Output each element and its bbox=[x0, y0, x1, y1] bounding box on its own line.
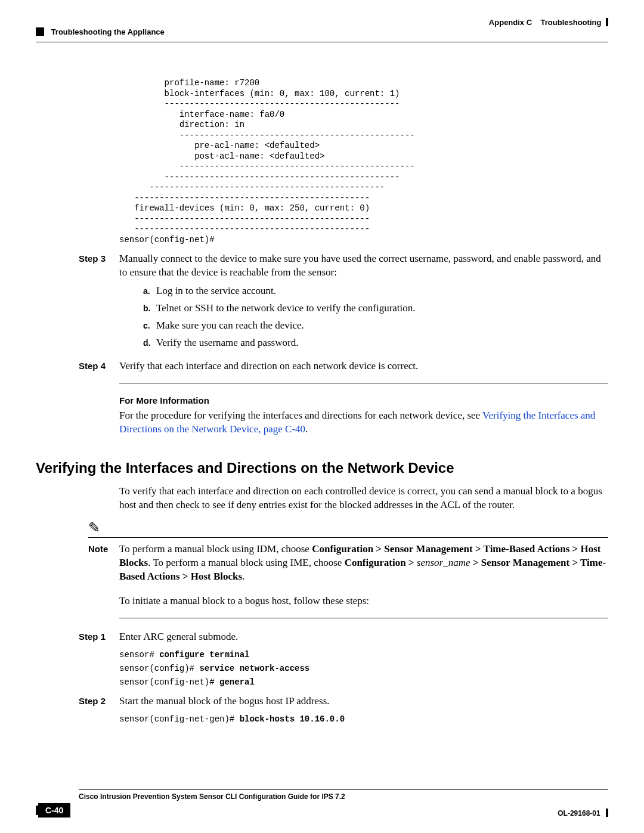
more-info-pre: For the procedure for verifying the inte… bbox=[119, 410, 482, 421]
substep-d-letter: d. bbox=[143, 336, 156, 350]
substep-c-letter: c. bbox=[143, 319, 156, 333]
note-block: ✎ Note To perform a manual block using I… bbox=[88, 521, 608, 584]
header-square-icon bbox=[36, 27, 44, 36]
note-label: Note bbox=[88, 543, 119, 584]
divider-rule bbox=[119, 383, 608, 383]
running-header: Appendix C Troubleshooting Troubleshooti… bbox=[36, 18, 608, 31]
note-top-rule bbox=[88, 537, 608, 538]
step-b2-body: Start the manual block of the bogus host… bbox=[119, 695, 608, 726]
appendix-label: Appendix C bbox=[489, 18, 532, 27]
footer-rule bbox=[79, 789, 608, 790]
page-number-badge: C-40 bbox=[38, 803, 70, 817]
note-mid: . To perform a manual block using IME, c… bbox=[148, 557, 344, 568]
substep-b-letter: b. bbox=[143, 302, 156, 315]
step-3-label: Step 3 bbox=[79, 252, 114, 354]
header-right: Appendix C Troubleshooting bbox=[489, 18, 608, 27]
step-b2-label: Step 2 bbox=[79, 695, 114, 726]
divider-rule-2 bbox=[119, 618, 608, 618]
substep-c: c. Make sure you can reach the device. bbox=[143, 319, 608, 333]
initiate-paragraph: To initiate a manual block to a bogus ho… bbox=[119, 594, 608, 608]
substep-a-letter: a. bbox=[143, 284, 156, 298]
step-4-text: Verify that each interface and direction… bbox=[119, 360, 608, 373]
more-info-post: . bbox=[305, 423, 308, 435]
appendix-title: Troubleshooting bbox=[541, 18, 602, 27]
header-rule bbox=[36, 42, 608, 42]
doc-id-text: OL-29168-01 bbox=[558, 809, 600, 817]
step-b1-text: Enter ARC general submode. bbox=[119, 631, 238, 642]
step-b1-body: Enter ARC general submode. sensor# confi… bbox=[119, 630, 608, 689]
note-post: . bbox=[242, 571, 244, 582]
step-4-label: Step 4 bbox=[79, 360, 114, 373]
note-pre: To perform a manual block using IDM, cho… bbox=[119, 543, 312, 555]
step-3-body: Manually connect to the device to make s… bbox=[119, 252, 608, 354]
code-l1b: configure terminal bbox=[159, 650, 249, 659]
intro-paragraph: To verify that each interface and direct… bbox=[119, 485, 608, 512]
note-italic: sensor_name bbox=[417, 557, 470, 568]
config-output: profile-name: r7200 block-interfaces (mi… bbox=[119, 78, 608, 245]
step-b1-label: Step 1 bbox=[79, 630, 114, 689]
step-b2-code: sensor(config-net-gen)# block-hosts 10.1… bbox=[119, 712, 608, 726]
step-b1: Step 1 Enter ARC general submode. sensor… bbox=[36, 630, 608, 689]
substep-d-text: Verify the username and password. bbox=[156, 336, 298, 350]
step-b2-text: Start the manual block of the bogus host… bbox=[119, 695, 330, 707]
code2-l1a: sensor(config-net-gen)# bbox=[119, 714, 240, 724]
note-bold-2: Configuration > bbox=[345, 557, 417, 568]
note-pencil-icon: ✎ bbox=[88, 521, 608, 535]
code-l1a: sensor# bbox=[119, 650, 159, 659]
footer-bottom: C-40 OL-29168-01 bbox=[36, 803, 608, 817]
step-3: Step 3 Manually connect to the device to… bbox=[36, 252, 608, 354]
substep-a: a. Log in to the service account. bbox=[143, 284, 608, 298]
more-info-heading: For More Information bbox=[119, 395, 608, 405]
section-name: Troubleshooting the Appliance bbox=[51, 27, 165, 36]
footer-title: Cisco Intrusion Prevention System Sensor… bbox=[79, 792, 608, 801]
substep-c-text: Make sure you can reach the device. bbox=[156, 319, 304, 333]
step-4: Step 4 Verify that each interface and di… bbox=[36, 360, 608, 373]
code2-l1b: block-hosts 10.16.0.0 bbox=[240, 714, 345, 724]
step-3-substeps: a. Log in to the service account. b. Tel… bbox=[143, 284, 608, 350]
header-left: Troubleshooting the Appliance bbox=[36, 27, 165, 36]
step-b2: Step 2 Start the manual block of the bog… bbox=[36, 695, 608, 726]
substep-b-text: Telnet or SSH to the network device to v… bbox=[156, 302, 416, 315]
code-l3a: sensor(config-net)# bbox=[119, 677, 219, 687]
code-l2b: service network-access bbox=[199, 664, 309, 673]
footer-doc-id: OL-29168-01 bbox=[558, 809, 608, 817]
substep-b: b. Telnet or SSH to the network device t… bbox=[143, 302, 608, 315]
footer-right-bar-icon bbox=[606, 809, 608, 817]
note-row: Note To perform a manual block using IDM… bbox=[88, 543, 608, 584]
substep-a-text: Log in to the service account. bbox=[156, 284, 276, 298]
page: Appendix C Troubleshooting Troubleshooti… bbox=[0, 0, 644, 833]
code-l2a: sensor(config)# bbox=[119, 664, 199, 673]
step-b1-code: sensor# configure terminal sensor(config… bbox=[119, 648, 608, 689]
step-3-text: Manually connect to the device to make s… bbox=[119, 253, 601, 278]
footer: Cisco Intrusion Prevention System Sensor… bbox=[36, 789, 608, 817]
code-l3b: general bbox=[219, 677, 255, 687]
section-heading: Verifying the Interfaces and Directions … bbox=[36, 460, 608, 476]
more-info-body: For the procedure for verifying the inte… bbox=[119, 409, 608, 436]
header-bar-icon bbox=[606, 18, 608, 26]
content-area: profile-name: r7200 block-interfaces (mi… bbox=[36, 78, 608, 726]
note-body: To perform a manual block using IDM, cho… bbox=[119, 543, 608, 584]
substep-d: d. Verify the username and password. bbox=[143, 336, 608, 350]
